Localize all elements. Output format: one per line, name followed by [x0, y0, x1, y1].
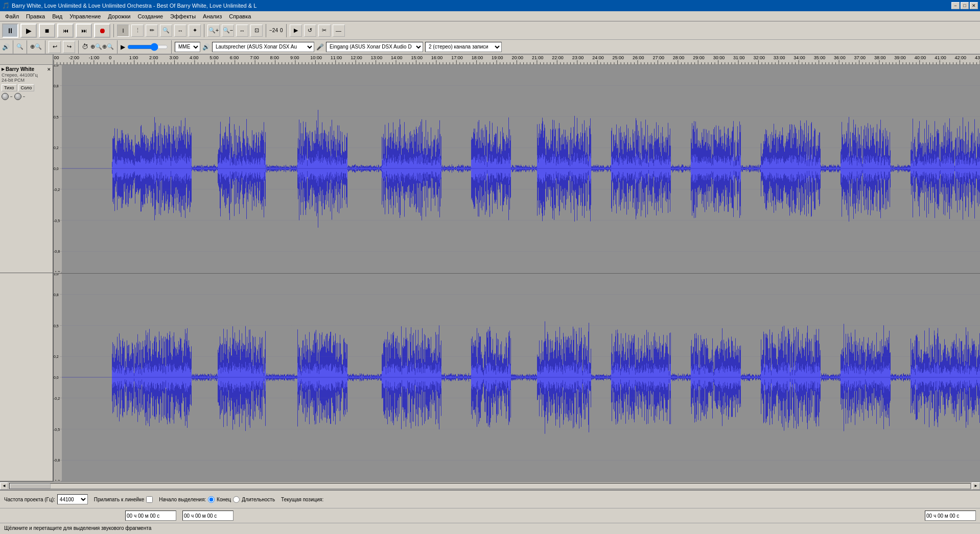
menu-help[interactable]: Справка: [226, 12, 254, 20]
pause-button[interactable]: ⏸: [2, 23, 18, 38]
tracks-container[interactable]: [54, 65, 980, 481]
y-axis-1: [54, 65, 62, 273]
menu-manage[interactable]: Управление: [66, 12, 104, 20]
cur-pos-input[interactable]: [925, 511, 976, 521]
snap-label: Прилипать к линейке: [94, 497, 144, 502]
menu-effects[interactable]: Эффекты: [167, 12, 199, 20]
level-label-r: 0: [280, 28, 283, 33]
pan-knob-1[interactable]: [14, 93, 21, 100]
sel-end-radio[interactable]: [208, 496, 215, 503]
stop-button[interactable]: ■: [39, 23, 55, 38]
gain-knob-1[interactable]: [2, 93, 9, 100]
zoom-sel-button[interactable]: ⊡: [250, 25, 263, 37]
silence-button[interactable]: —: [333, 25, 345, 37]
zoom-fit-button[interactable]: ↔: [236, 25, 248, 37]
menu-edit[interactable]: Правка: [23, 12, 48, 20]
snap-group: Прилипать к линейке: [94, 496, 153, 503]
menu-tracks[interactable]: Дорожки: [105, 12, 133, 20]
record-button[interactable]: ⏺: [94, 23, 110, 38]
horizontal-scrollbar[interactable]: ◄ ►: [0, 481, 980, 490]
sel-start-group: Начало выделения: Конец Длительность: [159, 496, 275, 503]
channels-select[interactable]: 2 (стерео) канала записи: [425, 42, 502, 52]
waveform-canvas-2[interactable]: [62, 274, 980, 481]
ruler-canvas: [54, 55, 980, 64]
menu-analyze[interactable]: Анализ: [200, 12, 225, 20]
menu-create[interactable]: Создание: [134, 12, 166, 20]
skip-fwd-button[interactable]: ⏭: [76, 23, 92, 38]
output-device-select[interactable]: Lautsprecher (ASUS Xonar DSX Au: [212, 42, 314, 52]
waveform-area-1[interactable]: [62, 65, 980, 273]
play-at-speed-button[interactable]: ▶: [290, 25, 302, 37]
loop-button[interactable]: ↺: [304, 25, 316, 37]
output-speaker-icon: 🔊: [202, 43, 210, 51]
sel-len-radio[interactable]: [233, 496, 240, 503]
host-select[interactable]: MME: [175, 42, 200, 52]
pan-label: −: [23, 94, 26, 99]
mixer-icons: ⊕🔍⊕🔍: [90, 43, 114, 50]
scroll-track[interactable]: [9, 483, 971, 489]
time-shift-tool[interactable]: ↔: [174, 25, 186, 37]
play-speed-slider[interactable]: [127, 43, 168, 51]
track-header-1: ▶ Barry White ✕ Стерео, 44100Гц 24-bit P…: [0, 65, 54, 273]
left-panel: ▶ Barry White ✕ Стерео, 44100Гц 24-bit P…: [0, 55, 54, 481]
scroll-right-button[interactable]: ►: [972, 482, 980, 490]
transport-toolbar: ⏸ ▶ ■ ⏮ ⏭ ⏺ I ⋮ ✏ 🔍 ↔ ✦ 🔍+ 🔍− ↔ ⊡ −24 0 …: [0, 21, 980, 40]
draw-tool[interactable]: ✏: [146, 25, 158, 37]
track-controls-row-1: − −: [2, 93, 51, 100]
cur-pos-group: Текущая позиция:: [281, 497, 323, 502]
mute-button-1[interactable]: Тихо: [2, 84, 17, 91]
scroll-left-button[interactable]: ◄: [0, 482, 8, 490]
input-mic-icon: 🎤: [316, 43, 324, 51]
redo-button[interactable]: ↪: [63, 41, 75, 53]
select-tool[interactable]: I: [117, 25, 129, 37]
zoom-tool[interactable]: 🔍: [160, 25, 172, 37]
sel-start-input[interactable]: [125, 511, 176, 521]
zoom-out-button[interactable]: 🔍−: [222, 25, 234, 37]
timeline-ruler[interactable]: [54, 55, 980, 65]
title-bar: 🎵 Barry White, Love Unlimited & Love Unl…: [0, 0, 980, 11]
level-label-l: −24: [269, 28, 278, 33]
solo-button-1[interactable]: Соло: [18, 84, 35, 91]
cut-preview-button[interactable]: ✂: [318, 25, 331, 37]
snap-checkbox[interactable]: [146, 496, 153, 503]
status-hint: Щёлкните и перетащите для выделения звук…: [4, 525, 151, 531]
freq-select[interactable]: 44100: [57, 494, 88, 504]
track-buttons-1: Тихо Соло: [2, 84, 51, 91]
menu-view[interactable]: Вид: [49, 12, 65, 20]
multi-tool[interactable]: ✦: [189, 25, 201, 37]
sep-dev-5: [117, 40, 118, 54]
minimize-button[interactable]: −: [951, 2, 960, 9]
status-row-1: Частота проекта (Гц): 44100 Прилипать к …: [0, 491, 980, 508]
status-row-2: [0, 508, 980, 523]
undo-button[interactable]: ↩: [49, 41, 61, 53]
seek-icon: ⊕🔍: [30, 43, 42, 50]
menu-file[interactable]: Файл: [2, 12, 22, 20]
skip-back-button[interactable]: ⏮: [57, 23, 74, 38]
status-hint-row: Щёлкните и перетащите для выделения звук…: [0, 523, 980, 534]
status-bar: Частота проекта (Гц): 44100 Прилипать к …: [0, 490, 980, 534]
envelope-tool[interactable]: ⋮: [131, 25, 144, 37]
track-header-2: [0, 273, 54, 481]
waveform-area-2[interactable]: [62, 274, 980, 482]
separator-4: [286, 24, 287, 37]
sel-end-input[interactable]: [182, 511, 234, 521]
sep-dev-2: [27, 40, 27, 54]
title-bar-left: 🎵 Barry White, Love Unlimited & Love Unl…: [2, 2, 256, 9]
zoom-in-button[interactable]: 🔍+: [207, 25, 220, 37]
y-axis-2: [54, 274, 62, 482]
waveform-canvas-1[interactable]: [62, 65, 980, 272]
play-button[interactable]: ▶: [20, 23, 37, 38]
track-row-1: [54, 65, 980, 274]
close-button[interactable]: ✕: [970, 2, 978, 9]
maximize-button[interactable]: □: [961, 2, 969, 9]
title-bar-controls: − □ ✕: [951, 2, 978, 9]
input-device-select[interactable]: Eingang (ASUS Xonar DSX Audio D: [326, 42, 423, 52]
track-collapse-icon: ▶: [2, 67, 5, 71]
sep-dev-4: [78, 40, 79, 54]
track-name-1: Barry White: [6, 66, 34, 72]
scroll-thumb[interactable]: [10, 483, 51, 489]
freq-label: Частота проекта (Гц):: [4, 497, 55, 502]
separator-2: [204, 24, 204, 37]
y-axis-canvas-2: [54, 274, 62, 481]
track-close-1[interactable]: ✕: [47, 67, 51, 72]
